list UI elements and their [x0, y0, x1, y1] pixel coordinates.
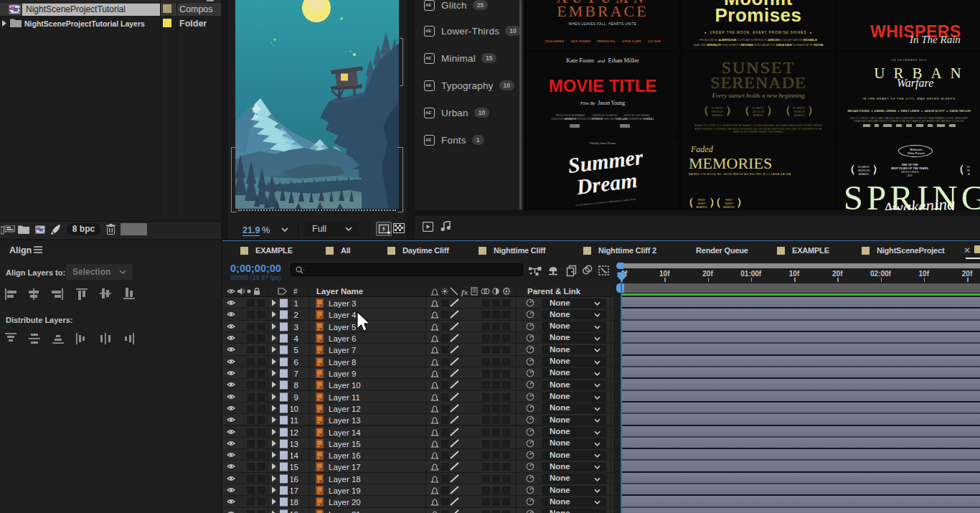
svg-text:Layer 8: Layer 8 — [329, 357, 356, 366]
svg-text:FIRST: FIRST — [725, 199, 733, 202]
svg-text:Layer 18: Layer 18 — [329, 474, 361, 483]
svg-text:8: 8 — [294, 381, 298, 390]
svg-text:FIRST: FIRST — [698, 199, 706, 202]
svg-text:Parent & Link: Parent & Link — [527, 287, 581, 296]
svg-text:3: 3 — [294, 322, 298, 331]
svg-text:AWARDS: AWARDS — [696, 206, 707, 209]
svg-text:AWARD: AWARD — [968, 172, 970, 176]
svg-text:Layer 17: Layer 17 — [329, 463, 361, 471]
svg-text:Layer 16: Layer 16 — [329, 451, 361, 460]
svg-text:13: 13 — [289, 439, 298, 448]
svg-text:AWARDS: AWARDS — [723, 206, 735, 209]
svg-text:Layer 11: Layer 11 — [329, 392, 360, 401]
svg-text:#: # — [293, 288, 298, 296]
svg-text:Layer 20: Layer 20 — [329, 498, 361, 507]
svg-text:Layer 21: Layer 21 — [329, 509, 361, 513]
svg-text:Layer 3: Layer 3 — [329, 299, 356, 308]
svg-text:Layer 10: Layer 10 — [329, 381, 361, 390]
svg-text:AWARD: AWARD — [712, 113, 723, 117]
svg-text:14: 14 — [289, 451, 298, 460]
svg-text:Layer 6: Layer 6 — [329, 334, 356, 342]
svg-text:16: 16 — [289, 474, 298, 483]
svg-text:15: 15 — [289, 463, 298, 471]
svg-text:10: 10 — [289, 404, 298, 413]
svg-text:Layer Name: Layer Name — [316, 287, 363, 296]
svg-text:7: 7 — [294, 369, 298, 377]
svg-text:11: 11 — [290, 416, 298, 425]
svg-text:AWARD: AWARD — [859, 172, 870, 176]
svg-text:Layer 4: Layer 4 — [329, 311, 357, 319]
svg-text:12: 12 — [289, 428, 298, 436]
svg-text:Layer 5: Layer 5 — [329, 322, 356, 331]
svg-text:AWARD: AWARD — [794, 113, 805, 117]
svg-text:4: 4 — [294, 334, 299, 342]
svg-text:Layer 7: Layer 7 — [329, 346, 356, 354]
svg-text:Layer 15: Layer 15 — [329, 439, 361, 448]
svg-text:Layer 13: Layer 13 — [329, 416, 361, 425]
svg-text:5: 5 — [294, 346, 298, 354]
svg-text:Layer 12: Layer 12 — [329, 404, 361, 413]
svg-text:NIGHT: NIGHT — [725, 202, 733, 205]
svg-text:fx: fx — [461, 288, 468, 296]
svg-text:NIGHT: NIGHT — [697, 202, 706, 205]
svg-text:AWARD: AWARD — [753, 113, 764, 117]
svg-text:9: 9 — [294, 392, 298, 401]
svg-text:Layer 14: Layer 14 — [329, 428, 361, 436]
svg-text:18: 18 — [289, 498, 298, 507]
svg-text:17: 17 — [289, 486, 298, 495]
svg-text:6: 6 — [294, 357, 298, 366]
svg-text:2: 2 — [294, 311, 298, 319]
svg-text:19: 19 — [289, 509, 298, 513]
svg-text:Layer 9: Layer 9 — [329, 369, 356, 377]
svg-text:1: 1 — [294, 299, 298, 308]
svg-text:Layer 19: Layer 19 — [329, 486, 361, 495]
